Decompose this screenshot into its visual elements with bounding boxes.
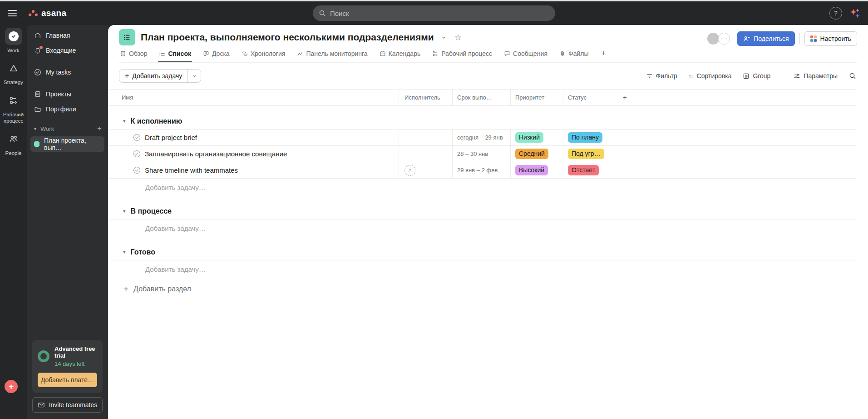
options-button[interactable]: Параметры xyxy=(794,72,838,80)
customize-grid-icon xyxy=(810,35,817,42)
status-badge[interactable]: Под угр… xyxy=(568,149,604,159)
sidebar-toggle-button[interactable] xyxy=(8,8,17,18)
tab-files[interactable]: Файлы xyxy=(558,48,589,62)
add-billing-button[interactable]: Добавить платё… xyxy=(38,373,97,387)
add-task-placeholder[interactable]: Добавить задачу… xyxy=(108,179,868,196)
rail-label: People xyxy=(0,150,27,156)
group-button[interactable]: Group xyxy=(743,72,770,80)
sidebar-item-label: My tasks xyxy=(46,69,71,76)
section-title[interactable]: Готово xyxy=(131,248,155,256)
caret-down-icon[interactable]: ▾ xyxy=(34,126,36,131)
due-date-cell[interactable]: 29 янв – 2 фев xyxy=(452,162,510,178)
add-task-placeholder[interactable]: Добавить задачу… xyxy=(108,260,868,278)
rail-item-work[interactable]: Work xyxy=(0,28,27,54)
workflow-icon xyxy=(9,96,18,105)
tab-list[interactable]: Список xyxy=(158,48,192,62)
rail-label: Work xyxy=(0,47,27,54)
check-circle-icon[interactable] xyxy=(133,134,141,141)
filter-button[interactable]: Фильтр xyxy=(646,72,677,80)
group-icon xyxy=(743,73,750,80)
priority-badge[interactable]: Высокий xyxy=(515,165,548,175)
status-badge[interactable]: По плану xyxy=(568,132,602,143)
caret-down-icon[interactable]: ▾ xyxy=(123,249,126,255)
caret-down-icon[interactable]: ▾ xyxy=(123,208,126,214)
rail-item-people[interactable]: People xyxy=(0,130,27,156)
tab-overview[interactable]: Обзор xyxy=(119,48,148,62)
task-name-cell[interactable]: Запланировать организационное совещание xyxy=(108,146,399,162)
tab-messages[interactable]: Сообщения xyxy=(503,48,548,62)
tab-timeline[interactable]: Хронология xyxy=(241,48,286,62)
project-icon[interactable] xyxy=(119,29,135,45)
sidebar-item-projects[interactable]: Проекты xyxy=(27,86,108,101)
unassigned-avatar-icon[interactable] xyxy=(404,165,415,176)
assignee-cell[interactable] xyxy=(399,146,452,162)
status-badge[interactable]: Отстаёт xyxy=(568,165,599,175)
rail-item-workflow[interactable]: Рабочий процесс xyxy=(0,92,27,125)
assignee-cell[interactable] xyxy=(399,130,452,145)
column-header-name[interactable]: Имя xyxy=(108,90,399,105)
check-circle-icon[interactable] xyxy=(133,150,141,158)
section-title[interactable]: К исполнению xyxy=(131,117,182,125)
status-cell[interactable]: Отстаёт xyxy=(563,162,615,178)
ai-sparkles-icon[interactable] xyxy=(849,7,861,19)
sidebar-item-home[interactable]: Главная xyxy=(27,28,108,43)
tab-board[interactable]: Доска xyxy=(202,48,231,62)
section-title[interactable]: В процессе xyxy=(131,207,172,215)
tab-calendar[interactable]: Календарь xyxy=(379,48,422,62)
task-table: Имя Исполнитель Срок выпо… Приоритет Ста… xyxy=(108,89,868,294)
add-column-button[interactable]: + xyxy=(615,90,635,105)
status-cell[interactable]: По плану xyxy=(563,130,615,145)
search-input[interactable] xyxy=(330,10,555,17)
star-icon[interactable]: ☆ xyxy=(455,33,462,42)
caret-down-icon[interactable]: ▾ xyxy=(123,118,126,124)
column-header-priority[interactable]: Приоритет xyxy=(510,90,563,105)
rail-item-strategy[interactable]: Strategy xyxy=(0,60,27,85)
add-task-button[interactable]: + Добавить задачу xyxy=(119,69,201,83)
folder-icon xyxy=(34,105,41,113)
priority-cell[interactable]: Средний xyxy=(510,146,563,162)
sidebar-item-portfolios[interactable]: Портфели xyxy=(27,101,108,116)
avatar[interactable] xyxy=(707,33,719,45)
add-project-button[interactable]: + xyxy=(97,124,102,133)
check-circle-icon[interactable] xyxy=(133,166,141,174)
share-button[interactable]: Поделиться xyxy=(737,31,794,46)
customize-button[interactable]: Настроить xyxy=(804,31,857,46)
due-date-cell[interactable]: сегодня – 29 янв xyxy=(452,130,510,145)
sidebar-item-inbox[interactable]: Входящие xyxy=(27,43,108,58)
search-tasks-icon[interactable] xyxy=(849,72,856,80)
asana-logo[interactable]: asana xyxy=(28,8,66,18)
status-cell[interactable]: Под угр… xyxy=(563,146,615,162)
help-button[interactable]: ? xyxy=(829,7,842,20)
priority-badge[interactable]: Средний xyxy=(515,149,548,159)
priority-cell[interactable]: Низкий xyxy=(510,130,563,145)
add-section-button[interactable]: + Добавить раздел xyxy=(108,284,868,294)
column-header-due[interactable]: Срок выпо… xyxy=(452,90,510,105)
app-rail: Work Strategy Рабочий процесс xyxy=(0,25,27,419)
sidebar-item-project[interactable]: План проекта, вып… xyxy=(30,136,104,152)
sidebar-item-my-tasks[interactable]: My tasks xyxy=(27,65,108,80)
add-task-dropdown[interactable] xyxy=(187,70,201,82)
due-date-cell[interactable]: 28 – 30 янв xyxy=(452,146,510,162)
team-name: Work xyxy=(40,125,54,132)
global-search[interactable] xyxy=(313,5,555,21)
project-swatch xyxy=(34,141,39,147)
task-name-cell[interactable]: Draft project brief xyxy=(108,130,399,145)
create-button[interactable]: + xyxy=(5,380,18,393)
plus-icon: + xyxy=(123,284,128,294)
assignee-cell[interactable] xyxy=(399,162,452,178)
add-task-placeholder[interactable]: Добавить задачу… xyxy=(108,219,868,237)
add-tab-button[interactable]: + xyxy=(599,49,607,62)
triangle-icon xyxy=(9,64,18,73)
column-header-status[interactable]: Статус xyxy=(563,90,615,105)
more-options-button[interactable]: ··· xyxy=(718,33,730,45)
priority-badge[interactable]: Низкий xyxy=(515,132,543,143)
invite-teammates-button[interactable]: Invite teammates xyxy=(32,397,103,413)
priority-cell[interactable]: Высокий xyxy=(510,162,563,178)
chevron-down-icon[interactable] xyxy=(441,35,447,40)
sort-button[interactable]: ↑↓ Сортировка xyxy=(689,72,732,80)
task-name-cell[interactable]: Share timeline with teammates xyxy=(108,162,399,178)
tab-workflow[interactable]: Рабочий процесс xyxy=(431,48,493,62)
tab-dashboard[interactable]: Панель мониторинга xyxy=(296,48,368,62)
column-header-assignee[interactable]: Исполнитель xyxy=(399,90,452,105)
sidebar-team-section[interactable]: ▾ Work + xyxy=(27,122,108,135)
